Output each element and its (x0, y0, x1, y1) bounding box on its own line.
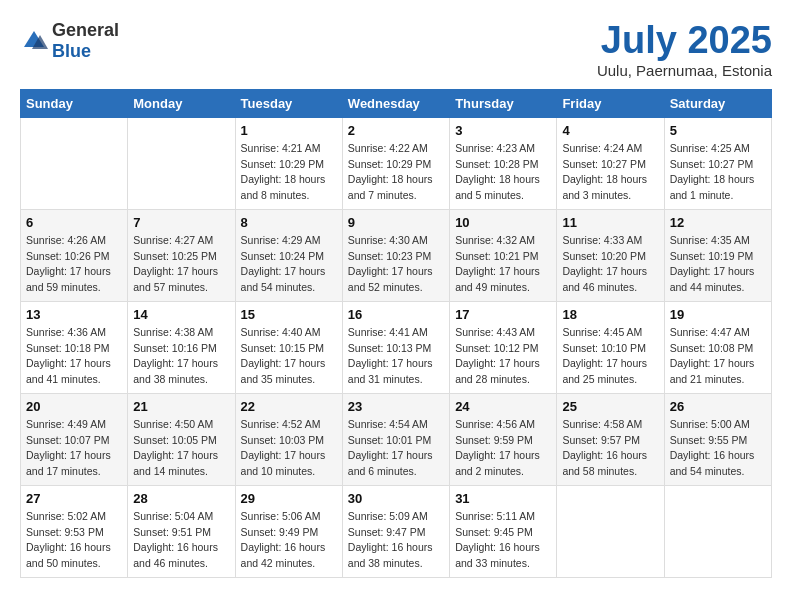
day-info: Sunrise: 4:21 AM Sunset: 10:29 PM Daylig… (241, 141, 337, 204)
day-info: Sunrise: 5:09 AM Sunset: 9:47 PM Dayligh… (348, 509, 444, 572)
day-number: 3 (455, 123, 551, 138)
calendar-cell: 11Sunrise: 4:33 AM Sunset: 10:20 PM Dayl… (557, 209, 664, 301)
weekday-header-monday: Monday (128, 89, 235, 117)
calendar-cell: 6Sunrise: 4:26 AM Sunset: 10:26 PM Dayli… (21, 209, 128, 301)
day-number: 25 (562, 399, 658, 414)
day-number: 2 (348, 123, 444, 138)
day-number: 9 (348, 215, 444, 230)
day-info: Sunrise: 4:23 AM Sunset: 10:28 PM Daylig… (455, 141, 551, 204)
day-info: Sunrise: 4:41 AM Sunset: 10:13 PM Daylig… (348, 325, 444, 388)
logo-general: General (52, 20, 119, 40)
day-info: Sunrise: 4:50 AM Sunset: 10:05 PM Daylig… (133, 417, 229, 480)
day-info: Sunrise: 5:04 AM Sunset: 9:51 PM Dayligh… (133, 509, 229, 572)
day-number: 19 (670, 307, 766, 322)
day-info: Sunrise: 4:30 AM Sunset: 10:23 PM Daylig… (348, 233, 444, 296)
weekday-header-tuesday: Tuesday (235, 89, 342, 117)
day-number: 13 (26, 307, 122, 322)
calendar-cell: 10Sunrise: 4:32 AM Sunset: 10:21 PM Dayl… (450, 209, 557, 301)
logo-blue: Blue (52, 41, 91, 61)
logo: General Blue (20, 20, 119, 62)
day-number: 12 (670, 215, 766, 230)
calendar-cell: 25Sunrise: 4:58 AM Sunset: 9:57 PM Dayli… (557, 393, 664, 485)
day-number: 6 (26, 215, 122, 230)
day-info: Sunrise: 4:47 AM Sunset: 10:08 PM Daylig… (670, 325, 766, 388)
calendar-cell: 21Sunrise: 4:50 AM Sunset: 10:05 PM Dayl… (128, 393, 235, 485)
calendar-cell: 15Sunrise: 4:40 AM Sunset: 10:15 PM Dayl… (235, 301, 342, 393)
title-area: July 2025 Uulu, Paernumaa, Estonia (597, 20, 772, 79)
day-number: 23 (348, 399, 444, 414)
day-number: 24 (455, 399, 551, 414)
day-number: 28 (133, 491, 229, 506)
day-info: Sunrise: 4:36 AM Sunset: 10:18 PM Daylig… (26, 325, 122, 388)
calendar-cell: 18Sunrise: 4:45 AM Sunset: 10:10 PM Dayl… (557, 301, 664, 393)
calendar-week-row: 1Sunrise: 4:21 AM Sunset: 10:29 PM Dayli… (21, 117, 772, 209)
calendar-cell: 20Sunrise: 4:49 AM Sunset: 10:07 PM Dayl… (21, 393, 128, 485)
day-info: Sunrise: 4:45 AM Sunset: 10:10 PM Daylig… (562, 325, 658, 388)
calendar-cell: 27Sunrise: 5:02 AM Sunset: 9:53 PM Dayli… (21, 485, 128, 577)
location-title: Uulu, Paernumaa, Estonia (597, 62, 772, 79)
day-number: 27 (26, 491, 122, 506)
calendar-cell: 26Sunrise: 5:00 AM Sunset: 9:55 PM Dayli… (664, 393, 771, 485)
page-header: General Blue July 2025 Uulu, Paernumaa, … (20, 20, 772, 79)
calendar-cell: 5Sunrise: 4:25 AM Sunset: 10:27 PM Dayli… (664, 117, 771, 209)
day-number: 15 (241, 307, 337, 322)
weekday-header-thursday: Thursday (450, 89, 557, 117)
weekday-header-saturday: Saturday (664, 89, 771, 117)
calendar-cell (664, 485, 771, 577)
calendar-cell: 4Sunrise: 4:24 AM Sunset: 10:27 PM Dayli… (557, 117, 664, 209)
day-number: 11 (562, 215, 658, 230)
day-number: 29 (241, 491, 337, 506)
day-info: Sunrise: 4:52 AM Sunset: 10:03 PM Daylig… (241, 417, 337, 480)
day-info: Sunrise: 4:27 AM Sunset: 10:25 PM Daylig… (133, 233, 229, 296)
day-number: 4 (562, 123, 658, 138)
calendar-cell: 12Sunrise: 4:35 AM Sunset: 10:19 PM Dayl… (664, 209, 771, 301)
day-number: 31 (455, 491, 551, 506)
day-info: Sunrise: 4:24 AM Sunset: 10:27 PM Daylig… (562, 141, 658, 204)
day-number: 10 (455, 215, 551, 230)
calendar-cell: 30Sunrise: 5:09 AM Sunset: 9:47 PM Dayli… (342, 485, 449, 577)
day-number: 21 (133, 399, 229, 414)
calendar-cell (21, 117, 128, 209)
calendar-week-row: 13Sunrise: 4:36 AM Sunset: 10:18 PM Dayl… (21, 301, 772, 393)
calendar-cell: 8Sunrise: 4:29 AM Sunset: 10:24 PM Dayli… (235, 209, 342, 301)
calendar-cell: 3Sunrise: 4:23 AM Sunset: 10:28 PM Dayli… (450, 117, 557, 209)
day-info: Sunrise: 5:06 AM Sunset: 9:49 PM Dayligh… (241, 509, 337, 572)
day-number: 30 (348, 491, 444, 506)
calendar-cell: 7Sunrise: 4:27 AM Sunset: 10:25 PM Dayli… (128, 209, 235, 301)
day-info: Sunrise: 4:49 AM Sunset: 10:07 PM Daylig… (26, 417, 122, 480)
calendar-cell: 24Sunrise: 4:56 AM Sunset: 9:59 PM Dayli… (450, 393, 557, 485)
day-number: 20 (26, 399, 122, 414)
calendar-cell: 14Sunrise: 4:38 AM Sunset: 10:16 PM Dayl… (128, 301, 235, 393)
day-info: Sunrise: 4:26 AM Sunset: 10:26 PM Daylig… (26, 233, 122, 296)
day-info: Sunrise: 4:58 AM Sunset: 9:57 PM Dayligh… (562, 417, 658, 480)
calendar-cell: 29Sunrise: 5:06 AM Sunset: 9:49 PM Dayli… (235, 485, 342, 577)
calendar-cell (557, 485, 664, 577)
calendar-cell: 31Sunrise: 5:11 AM Sunset: 9:45 PM Dayli… (450, 485, 557, 577)
day-number: 8 (241, 215, 337, 230)
day-number: 17 (455, 307, 551, 322)
calendar-cell (128, 117, 235, 209)
calendar-cell: 1Sunrise: 4:21 AM Sunset: 10:29 PM Dayli… (235, 117, 342, 209)
calendar-week-row: 6Sunrise: 4:26 AM Sunset: 10:26 PM Dayli… (21, 209, 772, 301)
day-number: 18 (562, 307, 658, 322)
day-info: Sunrise: 4:54 AM Sunset: 10:01 PM Daylig… (348, 417, 444, 480)
month-title: July 2025 (597, 20, 772, 62)
calendar-table: SundayMondayTuesdayWednesdayThursdayFrid… (20, 89, 772, 578)
day-number: 16 (348, 307, 444, 322)
weekday-header-friday: Friday (557, 89, 664, 117)
day-info: Sunrise: 5:00 AM Sunset: 9:55 PM Dayligh… (670, 417, 766, 480)
day-info: Sunrise: 4:29 AM Sunset: 10:24 PM Daylig… (241, 233, 337, 296)
logo-icon (20, 27, 48, 55)
day-number: 5 (670, 123, 766, 138)
day-info: Sunrise: 5:02 AM Sunset: 9:53 PM Dayligh… (26, 509, 122, 572)
calendar-cell: 28Sunrise: 5:04 AM Sunset: 9:51 PM Dayli… (128, 485, 235, 577)
calendar-cell: 13Sunrise: 4:36 AM Sunset: 10:18 PM Dayl… (21, 301, 128, 393)
day-number: 26 (670, 399, 766, 414)
day-number: 1 (241, 123, 337, 138)
day-number: 7 (133, 215, 229, 230)
day-info: Sunrise: 4:38 AM Sunset: 10:16 PM Daylig… (133, 325, 229, 388)
weekday-header-wednesday: Wednesday (342, 89, 449, 117)
calendar-cell: 19Sunrise: 4:47 AM Sunset: 10:08 PM Dayl… (664, 301, 771, 393)
calendar-cell: 2Sunrise: 4:22 AM Sunset: 10:29 PM Dayli… (342, 117, 449, 209)
day-number: 22 (241, 399, 337, 414)
